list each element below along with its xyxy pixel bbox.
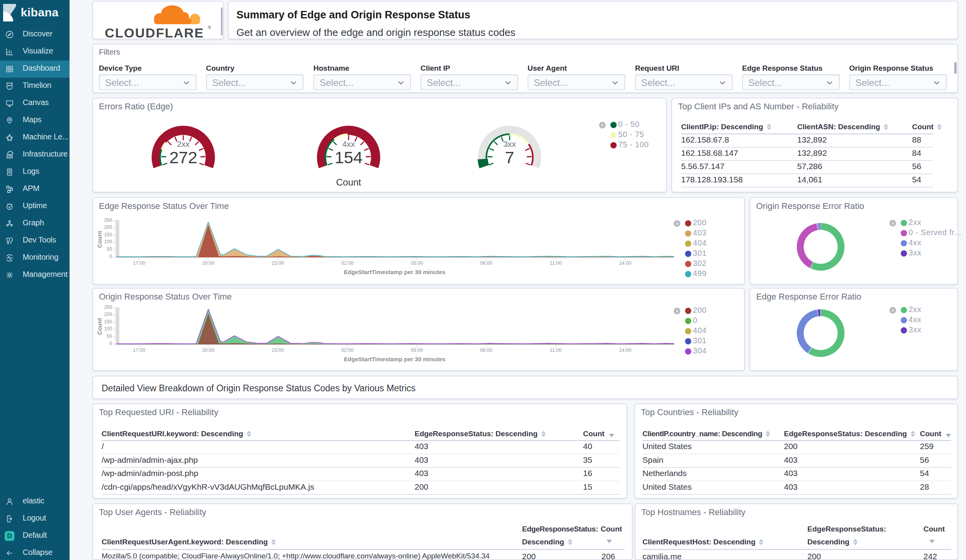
svg-text:7: 7 — [505, 148, 514, 167]
svg-text:154: 154 — [335, 148, 363, 167]
svg-text:150: 150 — [104, 319, 112, 325]
svg-text:14:00: 14:00 — [619, 260, 631, 266]
svg-text:02:00: 02:00 — [341, 348, 353, 353]
svg-text:0: 0 — [109, 341, 112, 346]
svg-text:02:00: 02:00 — [341, 260, 353, 266]
svg-text:EdgeStartTimestamp per 30 minu: EdgeStartTimestamp per 30 minutes — [344, 356, 445, 362]
svg-text:17:00: 17:00 — [133, 260, 145, 266]
svg-text:150: 150 — [104, 232, 112, 237]
svg-text:272: 272 — [169, 148, 197, 167]
svg-text:14:00: 14:00 — [619, 348, 631, 353]
svg-text:2xx: 2xx — [177, 139, 190, 148]
svg-text:50: 50 — [107, 334, 112, 339]
svg-text:4xx: 4xx — [342, 139, 355, 148]
svg-text:11:00: 11:00 — [550, 260, 562, 266]
svg-text:250: 250 — [104, 305, 112, 310]
svg-text:100: 100 — [104, 326, 112, 332]
svg-text:CLOUDFLARE: CLOUDFLARE — [105, 25, 204, 40]
svg-text:3xx: 3xx — [503, 139, 516, 148]
svg-text:50: 50 — [107, 246, 112, 252]
svg-text:08:00: 08:00 — [480, 348, 492, 353]
svg-text:Count: Count — [96, 318, 103, 335]
svg-text:17:00: 17:00 — [133, 348, 145, 353]
svg-text:23:00: 23:00 — [272, 348, 284, 353]
svg-text:23:00: 23:00 — [272, 260, 284, 266]
svg-text:Count: Count — [96, 231, 103, 248]
svg-text:200: 200 — [104, 225, 112, 230]
svg-text:20:00: 20:00 — [202, 348, 214, 353]
svg-text:11:00: 11:00 — [550, 348, 562, 353]
svg-text:250: 250 — [104, 218, 112, 223]
svg-text:0: 0 — [109, 254, 112, 259]
svg-text:®: ® — [208, 25, 211, 30]
svg-text:200: 200 — [104, 312, 112, 317]
svg-text:Count: Count — [336, 177, 361, 187]
svg-text:20:00: 20:00 — [202, 260, 214, 266]
svg-text:05:00: 05:00 — [411, 348, 423, 353]
svg-text:100: 100 — [104, 239, 112, 244]
svg-text:EdgeStartTimestamp per 30 minu: EdgeStartTimestamp per 30 minutes — [344, 269, 445, 275]
svg-text:08:00: 08:00 — [480, 260, 492, 266]
svg-text:05:00: 05:00 — [411, 260, 423, 266]
